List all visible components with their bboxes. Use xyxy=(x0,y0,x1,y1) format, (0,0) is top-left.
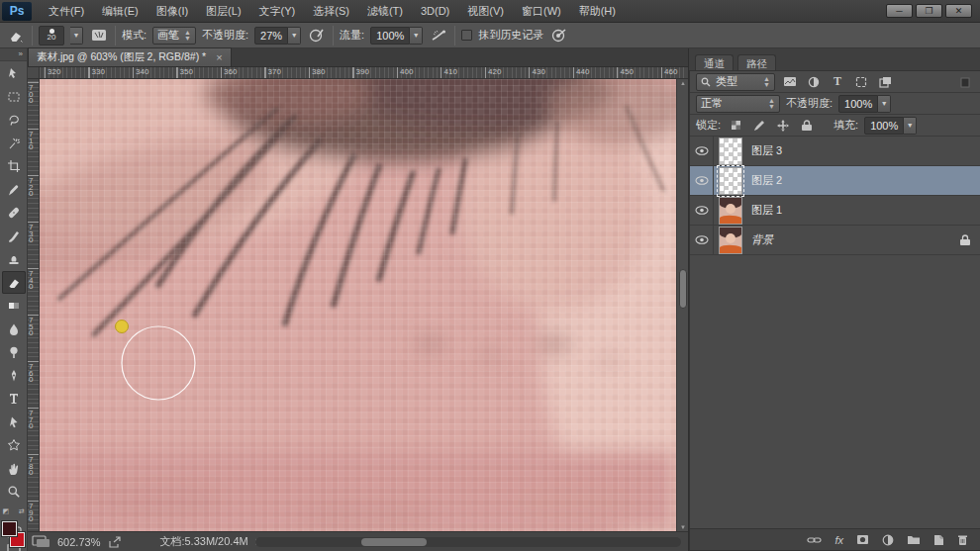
zoom-level[interactable]: 602.73% xyxy=(57,536,100,548)
layer-row[interactable]: 图层 3 xyxy=(690,137,980,166)
vertical-scroll-thumb[interactable] xyxy=(679,269,687,309)
menu-item-图层[interactable]: 图层(L) xyxy=(197,0,249,22)
visibility-eye-icon[interactable] xyxy=(690,226,714,255)
blend-mode-dropdown[interactable]: 正常 ▲▼ xyxy=(696,95,780,113)
layer-opacity-value[interactable]: 100% xyxy=(838,95,878,113)
default-swap-colors-icons[interactable]: ◩⇄ xyxy=(3,507,25,515)
layer-row[interactable]: 图层 1 xyxy=(690,196,980,226)
menu-item-图像[interactable]: 图像(I) xyxy=(147,0,197,22)
tool-hand[interactable] xyxy=(2,457,26,480)
filter-pixel-layers-icon[interactable] xyxy=(781,74,799,90)
default-colors-icon[interactable]: ◩ xyxy=(3,507,10,515)
vertical-scrollbar[interactable]: ▲ ▼ xyxy=(676,79,688,531)
filter-type-layers-icon[interactable]: T xyxy=(829,74,846,90)
layer-thumbnail[interactable] xyxy=(719,227,742,254)
fill-value[interactable]: 100% xyxy=(864,117,904,135)
erase-to-history-checkbox[interactable] xyxy=(461,30,472,41)
tool-pen[interactable] xyxy=(2,364,26,387)
menu-item-编辑[interactable]: 编辑(E) xyxy=(93,0,147,22)
horizontal-scroll-thumb[interactable] xyxy=(361,538,427,546)
layer-row[interactable]: 背景 xyxy=(690,226,980,255)
tool-shape[interactable] xyxy=(2,434,26,457)
tool-dodge[interactable] xyxy=(2,341,26,364)
screen-preview-icon[interactable] xyxy=(32,535,49,548)
tool-spot-healing[interactable] xyxy=(2,202,26,225)
airbrush-icon[interactable] xyxy=(429,27,448,45)
document-tab[interactable]: 素材.jpg @ 603% (图层 2, RGB/8#) * × xyxy=(28,47,232,66)
tool-gradient[interactable] xyxy=(2,295,26,318)
layer-row[interactable]: 图层 2 xyxy=(690,166,980,196)
menu-item-滤镜[interactable]: 滤镜(T) xyxy=(358,0,412,22)
layer-thumbnail[interactable] xyxy=(719,197,742,225)
ruler-origin-box[interactable] xyxy=(28,67,40,79)
tool-blur[interactable] xyxy=(2,318,26,340)
horizontal-scrollbar[interactable] xyxy=(255,537,681,547)
layer-opacity-arrow[interactable]: ▼ xyxy=(878,95,891,113)
menu-item-文件[interactable]: 文件(F) xyxy=(40,0,93,22)
new-layer-icon[interactable] xyxy=(933,534,944,546)
link-layers-icon[interactable] xyxy=(807,536,822,544)
filter-shape-layers-icon[interactable] xyxy=(852,74,870,90)
tool-magic-wand[interactable] xyxy=(2,132,26,154)
layer-style-icon[interactable]: fx xyxy=(834,534,843,546)
menu-item-文字[interactable]: 文字(Y) xyxy=(250,0,305,22)
tool-type[interactable] xyxy=(2,388,26,411)
visibility-eye-icon[interactable] xyxy=(690,137,714,166)
layer-thumbnail[interactable] xyxy=(719,167,742,195)
brush-preset-arrow[interactable]: ▼ xyxy=(70,27,83,45)
tool-eraser[interactable] xyxy=(2,271,26,294)
tool-move[interactable] xyxy=(2,62,26,85)
collapse-tools-icon[interactable]: » xyxy=(0,48,27,61)
close-tab-icon[interactable]: × xyxy=(216,51,222,63)
menu-item-视图[interactable]: 视图(V) xyxy=(458,0,513,22)
opacity-arrow-icon[interactable]: ▼ xyxy=(288,27,301,45)
maximize-button[interactable]: ❐ xyxy=(916,4,942,18)
tool-path-select[interactable] xyxy=(2,411,26,433)
menu-item-3D[interactable]: 3D(D) xyxy=(412,0,458,22)
flow-value[interactable]: 100% xyxy=(370,27,410,45)
tool-marquee[interactable] xyxy=(2,85,26,108)
fill-arrow[interactable]: ▼ xyxy=(904,117,917,135)
canvas-image[interactable] xyxy=(40,79,676,531)
menu-item-选择[interactable]: 选择(S) xyxy=(304,0,358,22)
lock-all-icon[interactable] xyxy=(798,118,816,134)
tool-zoom[interactable] xyxy=(2,481,26,504)
flow-arrow-icon[interactable]: ▼ xyxy=(410,27,423,45)
filter-toggle-icon[interactable] xyxy=(956,74,974,90)
layer-name[interactable]: 背景 xyxy=(751,232,773,247)
tool-eyedropper[interactable] xyxy=(2,178,26,201)
pressure-opacity-icon[interactable] xyxy=(307,27,327,45)
layer-thumbnail[interactable] xyxy=(719,138,742,165)
mode-dropdown[interactable]: 画笔▲▼ xyxy=(152,27,196,45)
new-group-icon[interactable] xyxy=(907,534,921,545)
layer-name[interactable]: 图层 2 xyxy=(751,173,782,188)
lock-position-icon[interactable] xyxy=(774,118,792,134)
foreground-color-swatch[interactable] xyxy=(2,521,17,536)
toggle-brush-panel-icon[interactable] xyxy=(89,27,109,45)
tool-brush[interactable] xyxy=(2,225,26,247)
layer-name[interactable]: 图层 1 xyxy=(751,203,782,218)
menu-item-窗口[interactable]: 窗口(W) xyxy=(513,0,570,22)
menu-item-帮助[interactable]: 帮助(H) xyxy=(570,0,625,22)
new-adjustment-layer-icon[interactable] xyxy=(882,534,894,546)
share-icon[interactable] xyxy=(108,536,122,548)
swap-colors-icon[interactable]: ⇄ xyxy=(19,507,25,515)
tool-clone-stamp[interactable] xyxy=(2,248,26,271)
opacity-value[interactable]: 27% xyxy=(254,27,288,45)
vertical-ruler[interactable]: 700710720730740750760770780790 xyxy=(28,79,40,531)
visibility-eye-icon[interactable] xyxy=(690,166,714,196)
lock-transparency-icon[interactable] xyxy=(727,118,744,134)
horizontal-ruler[interactable]: 3203303403503603703803904004104204304404… xyxy=(40,67,688,79)
tool-lasso[interactable] xyxy=(2,109,26,132)
add-layer-mask-icon[interactable] xyxy=(856,534,869,545)
close-button[interactable]: ✕ xyxy=(945,4,972,18)
pressure-size-icon[interactable] xyxy=(549,27,569,45)
eraser-tool-icon[interactable] xyxy=(6,27,26,45)
minimize-button[interactable]: ─ xyxy=(886,4,913,18)
filter-smart-objects-icon[interactable] xyxy=(876,74,894,90)
filter-adjustment-layers-icon[interactable] xyxy=(805,74,823,90)
lock-pixels-icon[interactable] xyxy=(750,118,768,134)
visibility-eye-icon[interactable] xyxy=(690,196,714,226)
canvas-area[interactable] xyxy=(40,79,676,531)
brush-preset-picker[interactable]: 20 xyxy=(39,26,64,46)
